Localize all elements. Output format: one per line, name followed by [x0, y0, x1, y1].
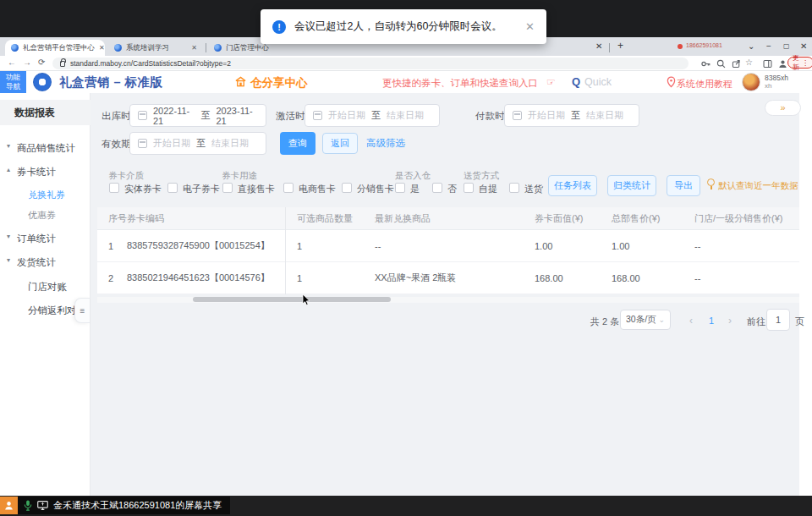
- sidebar-item-store-reconciliation[interactable]: 门店对账: [0, 279, 91, 298]
- next-page-button[interactable]: ›: [728, 315, 732, 327]
- checkbox-label[interactable]: 送货: [524, 183, 543, 195]
- advanced-filter-link[interactable]: 高级筛选: [366, 137, 405, 150]
- checkbox-distribution-sale[interactable]: [342, 183, 352, 193]
- search-button[interactable]: 查询: [280, 132, 315, 155]
- date-to-label: 至: [571, 109, 580, 122]
- toast-close-icon[interactable]: ✕: [525, 20, 535, 33]
- reload-icon[interactable]: ⟳: [38, 58, 45, 67]
- activation-date-range-input[interactable]: 开始日期 至 结束日期: [304, 104, 440, 127]
- recording-text: 18662591081: [686, 42, 722, 48]
- toast-message: 会议已超过2人，自动转为60分钟限时会议。: [294, 19, 502, 34]
- checkbox-delivery[interactable]: [509, 183, 519, 193]
- page-size-select[interactable]: 30条/页 ⌄: [620, 310, 671, 330]
- system-tutorial-link[interactable]: 系统使用教程: [677, 78, 732, 91]
- sidebar-item-redeem-voucher[interactable]: 兑换礼券: [0, 187, 91, 206]
- checkbox-electronic-card[interactable]: [167, 183, 178, 193]
- prev-page-button[interactable]: ‹: [689, 315, 693, 327]
- user-name-block[interactable]: 8385xh xh: [765, 74, 788, 91]
- password-key-icon[interactable]: [700, 58, 711, 69]
- checkbox-label[interactable]: 实体券卡: [124, 183, 162, 195]
- date-start-placeholder: 开始日期: [528, 109, 565, 122]
- sidebar-item-product-sales[interactable]: ▾ 商品销售统计: [0, 140, 91, 159]
- date-end-placeholder: 结束日期: [586, 109, 623, 122]
- col-header-product-count: 可选商品数量: [297, 207, 353, 229]
- tab-gift-box-admin[interactable]: 礼盒营销平台管理中心 ✕: [5, 40, 105, 56]
- function-nav-button[interactable]: 功能 导航: [0, 71, 26, 93]
- outbound-date-range-input[interactable]: 2022-11-21 至 2023-11-21: [129, 104, 266, 127]
- checkbox-yes[interactable]: [395, 183, 405, 193]
- scrollbar-thumb[interactable]: [193, 297, 391, 302]
- back-button[interactable]: 返回: [322, 133, 358, 154]
- ssl-lock-icon: [60, 61, 65, 67]
- checkbox-label[interactable]: 是: [410, 183, 420, 195]
- tab-close-icon[interactable]: ✕: [191, 44, 197, 52]
- sidebar-item-shipping-stats[interactable]: ▾ 发货统计: [0, 255, 91, 273]
- tab-separator: [206, 43, 206, 52]
- back-icon[interactable]: ←: [8, 58, 16, 67]
- cell-card-code: 8385021946451623【00014576】: [127, 262, 270, 294]
- chevron-up-icon: ▴: [7, 166, 10, 173]
- table-row[interactable]: 1 8385759328745900【00015254】 1 -- 1.00 1…: [97, 230, 799, 262]
- goto-page-input[interactable]: [766, 309, 790, 331]
- classify-stats-button[interactable]: 归类统计: [607, 175, 656, 196]
- horizontal-scrollbar[interactable]: [97, 297, 799, 303]
- sidebar-item-card-stats[interactable]: ▴ 券卡统计: [0, 164, 91, 183]
- browser-menu-icon[interactable]: ⋮: [802, 59, 809, 67]
- side-panel-icon[interactable]: [762, 58, 773, 69]
- tab-close-icon[interactable]: ✕: [595, 41, 602, 51]
- export-button[interactable]: 导出: [667, 175, 700, 196]
- tab-training[interactable]: 系统培训学习 ✕: [108, 40, 203, 56]
- url-field[interactable]: standard.maboy.cn/CardStatisticsDetail?o…: [52, 58, 689, 69]
- meeting-toast: ! 会议已超过2人，自动转为60分钟限时会议。 ✕: [261, 9, 546, 44]
- default-query-tip: 默认查询近一年数据: [718, 180, 798, 192]
- window-close-button[interactable]: ✕: [800, 41, 807, 51]
- expand-filters-button[interactable]: »: [765, 100, 801, 116]
- forward-icon[interactable]: →: [23, 58, 31, 67]
- zoom-icon[interactable]: [716, 58, 727, 69]
- sidebar-item-label: 门店对账: [28, 281, 67, 294]
- tab-search-chevron-icon[interactable]: ⌄: [748, 41, 754, 51]
- checkbox-ecommerce-sale[interactable]: [283, 183, 294, 193]
- screen-share-text: 金禾通技术王斌18662591081的屏幕共享: [53, 499, 222, 512]
- validity-date-range-input[interactable]: 开始日期 至 结束日期: [129, 132, 266, 155]
- browser-update-button[interactable]: 更新 ⋮: [787, 57, 812, 69]
- checkbox-self-pickup[interactable]: [464, 183, 474, 193]
- window-minimize-button[interactable]: −: [766, 41, 771, 51]
- quick-entry-tip: 更快捷的券卡、订单和快递查询入口: [382, 77, 538, 90]
- checkbox-no[interactable]: [432, 183, 442, 193]
- checkbox-direct-sale[interactable]: [222, 183, 233, 193]
- checkbox-label[interactable]: 电商售卡: [299, 183, 336, 195]
- quick-search-placeholder[interactable]: Quick: [584, 76, 612, 88]
- checkbox-label[interactable]: 直接售卡: [238, 183, 275, 195]
- sidebar-item-label: 订单统计: [17, 233, 56, 245]
- share-icon[interactable]: [731, 58, 742, 69]
- goto-label: 前往: [747, 316, 765, 328]
- sidebar-collapse-handle[interactable]: ≡: [74, 298, 90, 323]
- tab-close-icon[interactable]: ✕: [99, 44, 105, 52]
- checkbox-label[interactable]: 否: [447, 183, 457, 195]
- col-header-index: 序号: [108, 207, 127, 229]
- col-header-hq-price: 总部售价(¥): [612, 207, 660, 229]
- bookmark-star-icon[interactable]: ☆: [745, 58, 753, 67]
- right-white-strip: [799, 93, 812, 496]
- window-maximize-button[interactable]: ▢: [783, 42, 790, 50]
- checkbox-label[interactable]: 分销售卡: [357, 183, 394, 195]
- new-tab-button[interactable]: +: [617, 40, 623, 52]
- user-avatar[interactable]: [742, 73, 760, 91]
- task-list-button[interactable]: 任务列表: [548, 175, 597, 196]
- quick-search-q-icon[interactable]: Q: [572, 75, 580, 88]
- chevron-down-icon: ⌄: [658, 316, 665, 324]
- screen-share-icon: [37, 501, 48, 510]
- sidebar-item-label: 优惠券: [28, 209, 56, 222]
- tab-favicon-icon: [11, 44, 19, 52]
- sidebar-item-coupon[interactable]: 优惠券: [0, 207, 91, 226]
- checkbox-physical-card[interactable]: [109, 183, 119, 193]
- sidebar-item-order-stats[interactable]: ▾ 订单统计: [0, 231, 91, 250]
- payment-date-range-input[interactable]: 开始日期 至 结束日期: [504, 104, 639, 127]
- sidebar-item-label: 兑换礼券: [28, 189, 65, 201]
- current-page-number[interactable]: 1: [709, 316, 714, 326]
- checkbox-label[interactable]: 电子券卡: [183, 183, 220, 195]
- table-row[interactable]: 2 8385021946451623【00014576】 1 XX品牌~果酒 2…: [97, 262, 799, 294]
- checkbox-label[interactable]: 自提: [479, 183, 497, 195]
- warehouse-share-link[interactable]: 仓分享中心: [250, 75, 308, 91]
